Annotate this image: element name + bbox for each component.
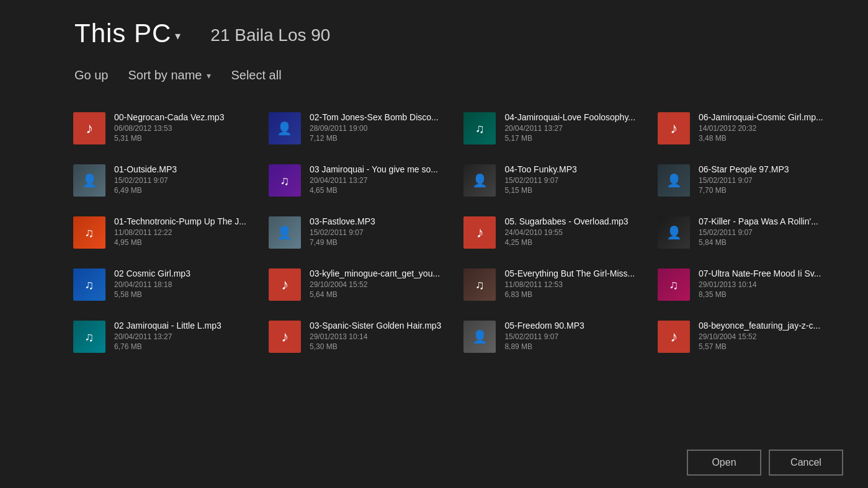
file-item[interactable]: ♫ 04-Jamiroquai-Love Foolosophy... 20/04… [452,102,647,154]
file-name: 02-Tom Jones-Sex Bomb Disco... [310,112,441,122]
file-item[interactable]: 👤 02-Tom Jones-Sex Bomb Disco... 28/09/2… [257,102,452,154]
file-info: 07-Killer - Papa Was A Rollin'... 15/02/… [699,216,823,247]
file-item[interactable]: 👤 01-Outside.MP3 15/02/2011 9:07 6,49 MB [62,154,257,206]
file-thumbnail: ♫ [269,164,301,197]
file-thumbnail: ♫ [463,268,496,301]
file-item[interactable]: 👤 07-Killer - Papa Was A Rollin'... 15/0… [647,206,834,259]
file-size: 5,57 MB [699,342,823,351]
file-thumbnail: 👤 [73,164,105,197]
dropdown-arrow-icon: ▾ [175,29,181,43]
file-date: 15/02/2011 9:07 [504,176,635,185]
file-date: 11/08/2011 12:53 [504,280,635,289]
file-thumbnail: ♪ [269,268,301,301]
file-thumbnail: ♫ [73,321,105,353]
file-thumbnail: 👤 [658,164,690,197]
file-date: 14/01/2012 20:32 [699,124,823,133]
file-thumbnail: ♪ [658,321,690,353]
file-info: 07-Ultra Nate-Free Mood Ii Sv... 29/01/2… [699,268,823,299]
file-name: 07-Ultra Nate-Free Mood Ii Sv... [699,268,823,278]
file-item[interactable]: 👤 03-Fastlove.MP3 15/02/2011 9:07 7,49 M… [257,206,452,259]
select-all-label: Select all [231,68,281,82]
file-date: 11/08/2011 12:22 [114,228,246,237]
file-info: 06-Star People 97.MP3 15/02/2011 9:07 7,… [699,164,823,195]
location-title: This PC [74,19,171,48]
file-size: 5,31 MB [114,134,246,143]
file-size: 4,95 MB [114,238,246,247]
file-item[interactable]: ♪ 06-Jamiroquai-Cosmic Girl.mp... 14/01/… [647,102,834,154]
file-thumbnail: ♫ [658,268,690,301]
sort-arrow-icon: ▾ [207,71,211,81]
file-info: 08-beyonce_featuring_jay-z-c... 29/10/20… [699,321,823,351]
file-name: 05-Everything But The Girl-Miss... [504,268,635,278]
file-size: 5,84 MB [699,238,823,247]
file-size: 8,35 MB [699,290,823,299]
file-name: 02 Cosmic Girl.mp3 [114,268,246,278]
file-info: 03 Jamiroquai - You give me so... 20/04/… [310,164,441,195]
file-size: 6,49 MB [114,186,246,195]
file-item[interactable]: ♪ 00-Negrocan-Cada Vez.mp3 06/08/2012 13… [62,102,257,154]
file-item[interactable]: ♫ 05-Everything But The Girl-Miss... 11/… [452,259,647,311]
file-name: 04-Too Funky.MP3 [504,164,635,174]
file-name: 05-Freedom 90.MP3 [504,321,635,331]
file-date: 20/04/2011 13:27 [310,176,441,185]
breadcrumb-path: 21 Baila Los 90 [210,25,330,45]
file-thumbnail: 👤 [463,164,496,197]
file-name: 04-Jamiroquai-Love Foolosophy... [504,112,635,122]
file-size: 3,48 MB [699,134,823,143]
toolbar: Go up Sort by name ▾ Select all [74,63,794,87]
file-name: 03-Fastlove.MP3 [310,216,441,226]
location-dropdown[interactable]: This PC ▾ [74,19,181,48]
file-item[interactable]: 👤 05-Freedom 90.MP3 15/02/2011 9:07 8,89… [452,311,647,363]
file-item[interactable]: 👤 06-Star People 97.MP3 15/02/2011 9:07 … [647,154,834,206]
file-date: 06/08/2012 13:53 [114,124,246,133]
file-item[interactable]: 👤 04-Too Funky.MP3 15/02/2011 9:07 5,15 … [452,154,647,206]
file-info: 05-Everything But The Girl-Miss... 11/08… [504,268,635,299]
file-item[interactable]: ♪ 08-beyonce_featuring_jay-z-c... 29/10/… [647,311,834,363]
file-item[interactable]: ♫ 02 Cosmic Girl.mp3 20/04/2011 18:18 5,… [62,259,257,311]
file-name: 03-Spanic-Sister Golden Hair.mp3 [310,321,441,331]
file-size: 5,15 MB [504,186,635,195]
file-size: 4,25 MB [504,238,635,247]
file-date: 24/04/2010 19:55 [504,228,635,237]
bottom-bar: Open Cancel [0,437,868,488]
file-date: 20/04/2011 13:27 [504,124,635,133]
file-thumbnail: ♪ [658,112,690,144]
file-name: 01-Technotronic-Pump Up The J... [114,216,246,226]
file-date: 20/04/2011 18:18 [114,280,246,289]
file-info: 00-Negrocan-Cada Vez.mp3 06/08/2012 13:5… [114,112,246,143]
file-item[interactable]: ♫ 01-Technotronic-Pump Up The J... 11/08… [62,206,257,259]
cancel-button[interactable]: Cancel [769,450,843,476]
file-size: 5,17 MB [504,134,635,143]
file-thumbnail: ♫ [463,112,496,144]
file-item[interactable]: ♪ 03-Spanic-Sister Golden Hair.mp3 29/01… [257,311,452,363]
select-all-button[interactable]: Select all [231,63,281,87]
file-name: 01-Outside.MP3 [114,164,246,174]
file-date: 20/04/2011 13:27 [114,332,246,341]
file-info: 01-Outside.MP3 15/02/2011 9:07 6,49 MB [114,164,246,195]
file-name: 06-Star People 97.MP3 [699,164,823,174]
file-info: 03-Fastlove.MP3 15/02/2011 9:07 7,49 MB [310,216,441,247]
file-info: 04-Too Funky.MP3 15/02/2011 9:07 5,15 MB [504,164,635,195]
file-item[interactable]: ♫ 07-Ultra Nate-Free Mood Ii Sv... 29/01… [647,259,834,311]
file-name: 03 Jamiroquai - You give me so... [310,164,441,174]
file-date: 15/02/2011 9:07 [699,228,823,237]
open-button[interactable]: Open [687,450,761,476]
file-thumbnail: ♪ [269,321,301,353]
file-thumbnail: ♪ [73,112,105,144]
go-up-label: Go up [74,68,108,82]
go-up-button[interactable]: Go up [74,63,108,87]
file-date: 29/10/2004 15:52 [310,280,441,289]
sort-by-name-button[interactable]: Sort by name ▾ [128,63,211,87]
file-info: 03-Spanic-Sister Golden Hair.mp3 29/01/2… [310,321,441,351]
file-item[interactable]: ♪ 05. Sugarbabes - Overload.mp3 24/04/20… [452,206,647,259]
file-item[interactable]: ♪ 03-kylie_minogue-cant_get_you... 29/10… [257,259,452,311]
file-info: 05-Freedom 90.MP3 15/02/2011 9:07 8,89 M… [504,321,635,351]
file-item[interactable]: ♫ 03 Jamiroquai - You give me so... 20/0… [257,154,452,206]
file-date: 29/01/2013 10:14 [310,332,441,341]
file-item[interactable]: ♫ 02 Jamiroquai - Little L.mp3 20/04/201… [62,311,257,363]
file-date: 15/02/2011 9:07 [699,176,823,185]
file-size: 5,58 MB [114,290,246,299]
sort-label: Sort by name [128,68,202,82]
file-date: 29/10/2004 15:52 [699,332,823,341]
file-thumbnail: ♪ [463,216,496,249]
